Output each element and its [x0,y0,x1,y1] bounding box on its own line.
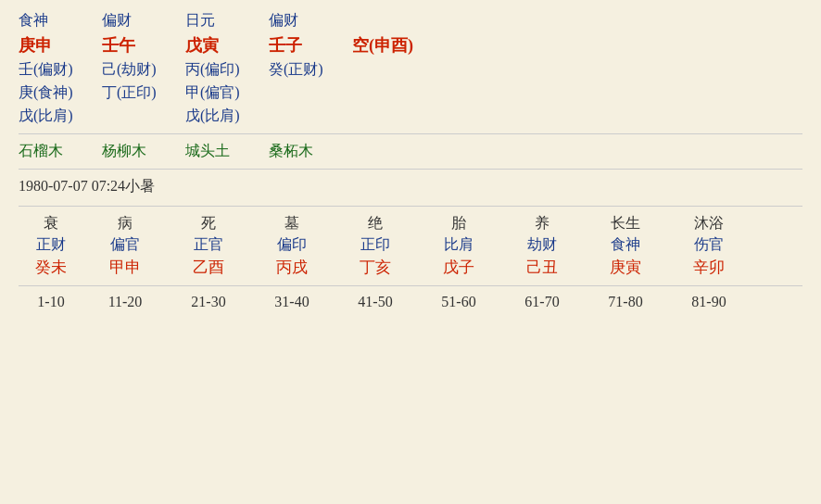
ds-range-2: 21-30 [167,294,250,310]
ds-gz-6: 己丑 [500,257,584,278]
dasun-label-5: 胎 [417,214,500,233]
hs-1-4: 癸(正财) [269,60,352,80]
ds-ss-4: 正印 [334,235,417,255]
dasun-ganzhi-row: 癸未 甲申 乙酉 丙戌 丁亥 戊子 己丑 庚寅 辛卯 [19,257,802,278]
ganzhi-2: 壬午 [102,34,185,57]
ds-ss-7: 食神 [584,235,667,255]
ds-range-6: 61-70 [500,294,584,310]
dasun-label-3: 墓 [250,214,334,233]
nayin-1: 石榴木 [19,142,102,161]
divider-3 [19,206,802,207]
ds-range-0: 1-10 [19,294,83,310]
ds-ss-6: 劫财 [500,235,584,255]
ds-range-3: 31-40 [250,294,334,310]
nayin-2: 杨柳木 [102,142,185,161]
shishen-1: 食神 [19,11,102,31]
hs-2-1: 庚(食神) [19,83,102,103]
ds-gz-5: 戊子 [417,257,500,278]
dasun-label-0: 衰 [19,214,83,233]
hs-3-3: 戊(比肩) [185,107,269,126]
hidden-stems-row1: 壬(偏财) 己(劫财) 丙(偏印) 癸(正财) [19,60,802,80]
nayin-4: 桑柘木 [269,142,352,161]
date-row: 1980-07-07 07:24小暑 [19,177,802,196]
shishen-2: 偏财 [102,11,185,31]
ds-gz-3: 丙戌 [250,257,334,278]
ds-gz-0: 癸未 [19,257,83,278]
ds-range-8: 81-90 [667,294,751,310]
hidden-stems-row2: 庚(食神) 丁(正印) 甲(偏官) [19,83,802,103]
ds-range-1: 11-20 [83,294,167,310]
dasun-label-2: 死 [167,214,250,233]
hs-1-2: 己(劫财) [102,60,185,80]
ds-gz-1: 甲申 [83,257,167,278]
ds-ss-2: 正官 [167,235,250,255]
ds-ss-1: 偏官 [83,235,167,255]
shishen-4: 偏财 [269,11,352,31]
hs-2-3: 甲(偏官) [185,83,269,103]
dasun-label-6: 养 [500,214,584,233]
ganzhi-row: 庚申 壬午 戊寅 壬子 空(申酉) [19,34,802,57]
shishen-row: 食神 偏财 日元 偏财 [19,11,802,31]
nayin-row: 石榴木 杨柳木 城头土 桑柘木 [19,142,802,161]
shishen-3: 日元 [185,11,269,31]
ds-ss-0: 正财 [19,235,83,255]
ds-ss-3: 偏印 [250,235,334,255]
ds-gz-8: 辛卯 [667,257,751,278]
ds-gz-4: 丁亥 [334,257,417,278]
ganzhi-1: 庚申 [19,34,102,57]
ds-range-7: 71-80 [584,294,667,310]
ganzhi-4: 壬子 [269,34,352,57]
nayin-3: 城头土 [185,142,269,161]
dasun-ranges-row: 1-10 11-20 21-30 31-40 41-50 51-60 61-70… [19,294,802,310]
date-text: 1980-07-07 07:24小暑 [19,178,155,194]
ds-range-5: 51-60 [417,294,500,310]
ganzhi-3: 戊寅 [185,34,269,57]
hs-1-3: 丙(偏印) [185,60,269,80]
hs-1-1: 壬(偏财) [19,60,102,80]
dasun-shishen-row: 正财 偏官 正官 偏印 正印 比肩 劫财 食神 伤官 [19,235,802,255]
hs-2-2: 丁(正印) [102,83,185,103]
hidden-stems-row3: 戊(比肩) 戊(比肩) [19,107,802,126]
ganzhi-note: 空(申酉) [352,34,413,57]
ds-ss-5: 比肩 [417,235,500,255]
dasun-label-1: 病 [83,214,167,233]
ds-gz-2: 乙酉 [167,257,250,278]
dasun-label-4: 绝 [334,214,417,233]
divider-2 [19,169,802,170]
ds-range-4: 41-50 [334,294,417,310]
dasun-label-7: 长生 [584,214,667,233]
ds-gz-7: 庚寅 [584,257,667,278]
dasun-label-8: 沐浴 [667,214,751,233]
dasun-section: 衰 病 死 墓 绝 胎 养 长生 沐浴 正财 偏官 正官 偏印 正印 比肩 劫财… [19,214,802,310]
hs-3-1: 戊(比肩) [19,107,102,126]
divider-4 [19,285,802,286]
dasun-labels-row: 衰 病 死 墓 绝 胎 养 长生 沐浴 [19,214,802,233]
ds-ss-8: 伤官 [667,235,751,255]
divider-1 [19,133,802,134]
